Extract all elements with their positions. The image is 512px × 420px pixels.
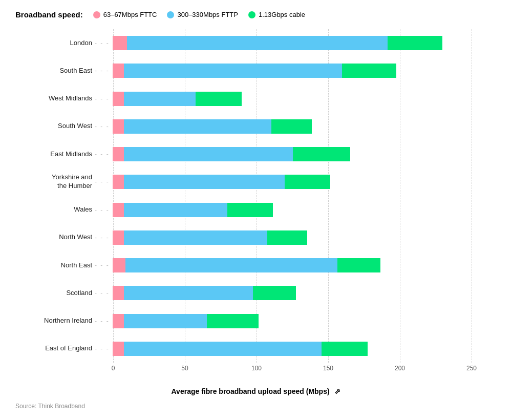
chart-container: Broadband speed: 63–67Mbps FTTC 300–330M… — [15, 10, 497, 410]
bar-seg-green — [227, 203, 273, 217]
bar-seg-green — [388, 36, 442, 50]
y-label-11: East of England — [15, 339, 92, 359]
bar-seg-pink — [113, 230, 124, 245]
bar-seg-green — [322, 342, 368, 356]
bar-dashes: - - - — [95, 206, 110, 214]
legend-dot-fttp — [167, 11, 174, 18]
x-tick-0: 0 — [112, 365, 115, 372]
legend-title: Broadband speed: — [15, 10, 83, 19]
sort-icon: ⇗ — [334, 387, 340, 395]
bar-seg-pink — [113, 203, 124, 217]
bar-seg-pink — [113, 64, 124, 78]
bar-seg-green — [285, 175, 331, 189]
bar-row: - - - — [95, 257, 497, 274]
bar-dashes: - - - — [95, 67, 110, 74]
bar-seg-pink — [113, 258, 125, 272]
legend-label-fttp: 300–330Mbps FTTP — [177, 11, 238, 18]
bar-seg-pink — [113, 175, 124, 189]
bar-seg-blue — [125, 258, 337, 272]
bar-row: - - - — [95, 229, 497, 246]
legend-label-cable: 1.13Gbps cable — [259, 11, 305, 18]
y-label-3: South West — [15, 116, 92, 137]
y-label-0: London — [15, 33, 92, 53]
legend: Broadband speed: 63–67Mbps FTTC 300–330M… — [15, 10, 497, 19]
bar-row: - - - — [95, 313, 497, 329]
x-axis-title: Average fibre broadband upload speed (Mb… — [15, 387, 497, 395]
bar-row: - - - — [95, 341, 497, 357]
bar-seg-green — [337, 258, 380, 272]
bar-seg-blue — [124, 64, 342, 78]
bar-row: - - - — [95, 35, 497, 51]
bar-seg-blue — [124, 147, 293, 161]
bar-seg-green — [253, 286, 296, 300]
legend-label-fttc: 63–67Mbps FTTC — [103, 11, 157, 18]
bar-seg-blue — [124, 175, 285, 189]
bar-row: - - - — [95, 285, 497, 301]
y-label-9: Scotland — [15, 283, 92, 303]
bar-dashes: - - - — [95, 234, 110, 241]
x-tick-100: 100 — [251, 365, 262, 372]
bar-seg-green — [196, 92, 242, 106]
legend-dot-fttc — [93, 11, 100, 18]
bar-seg-pink — [113, 147, 124, 161]
bar-dashes: - - - — [95, 151, 110, 158]
bar-row: - - - — [95, 91, 497, 107]
y-label-1: South East — [15, 60, 92, 81]
bar-seg-blue — [124, 230, 267, 245]
bar-seg-pink — [113, 92, 124, 106]
bar-seg-green — [267, 230, 307, 245]
bar-seg-blue — [124, 342, 322, 356]
y-label-2: West Midlands — [15, 89, 92, 109]
bar-dashes: - - - — [95, 262, 110, 269]
bar-row: - - - — [95, 146, 497, 162]
x-tick-150: 150 — [323, 365, 333, 372]
bar-seg-blue — [124, 203, 227, 217]
bar-seg-pink — [113, 36, 127, 50]
bar-seg-pink — [113, 119, 124, 134]
bar-seg-blue — [127, 36, 388, 50]
x-ticks: 050100150200250 — [95, 365, 497, 377]
y-label-5: Yorkshire andthe Humber — [15, 172, 92, 192]
bar-seg-green — [342, 64, 396, 78]
bars-rows: - - -- - -- - -- - -- - -- - -- - -- - -… — [95, 29, 497, 363]
bar-dashes: - - - — [95, 289, 110, 297]
bar-dashes: - - - — [95, 345, 110, 352]
bar-row: - - - — [95, 174, 497, 190]
legend-fttc: 63–67Mbps FTTC — [93, 11, 157, 18]
bar-seg-blue — [124, 92, 196, 106]
bar-seg-blue — [124, 314, 207, 328]
bar-seg-pink — [113, 286, 124, 300]
y-label-7: North West — [15, 227, 92, 248]
bar-dashes: - - - — [95, 95, 110, 102]
source-label: Source: Think Broadband — [15, 403, 497, 410]
legend-dot-cable — [248, 11, 255, 18]
y-label-4: East Midlands — [15, 144, 92, 164]
bar-row: - - - — [95, 62, 497, 79]
bar-seg-pink — [113, 342, 124, 356]
bar-dashes: - - - — [95, 39, 110, 47]
bar-seg-green — [293, 147, 350, 161]
bar-seg-blue — [124, 119, 271, 134]
chart-area: LondonSouth EastWest MidlandsSouth WestE… — [15, 29, 497, 363]
bar-dashes: - - - — [95, 318, 110, 325]
bar-row: - - - — [95, 202, 497, 218]
x-axis-title-text: Average fibre broadband upload speed (Mb… — [172, 387, 330, 395]
bar-seg-green — [271, 119, 311, 134]
bars-section: - - -- - -- - -- - -- - -- - -- - -- - -… — [95, 29, 497, 363]
x-tick-200: 200 — [395, 365, 405, 372]
bar-seg-green — [207, 314, 259, 328]
legend-fttp: 300–330Mbps FTTP — [167, 11, 238, 18]
bar-row: - - - — [95, 118, 497, 135]
y-labels: LondonSouth EastWest MidlandsSouth WestE… — [15, 29, 95, 363]
bar-seg-pink — [113, 314, 124, 328]
bar-seg-blue — [124, 286, 253, 300]
legend-cable: 1.13Gbps cable — [248, 11, 305, 18]
x-tick-250: 250 — [466, 365, 477, 372]
x-tick-50: 50 — [181, 365, 188, 372]
y-label-6: Wales — [15, 200, 92, 220]
y-label-10: Northern Ireland — [15, 311, 92, 331]
bar-dashes: - - - — [95, 178, 110, 185]
bar-dashes: - - - — [95, 123, 110, 130]
y-label-8: North East — [15, 255, 92, 276]
